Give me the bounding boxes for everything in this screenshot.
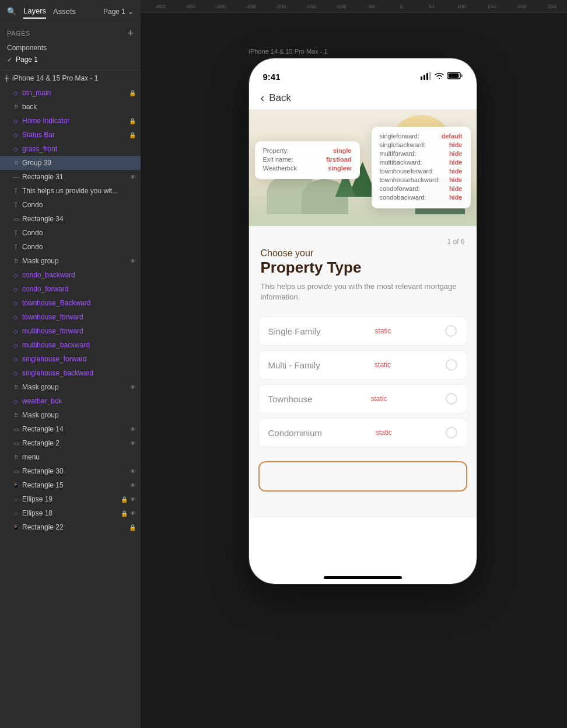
layer-rect31[interactable]: — Rectangle 31 👁 <box>0 170 141 184</box>
layer-rect34[interactable]: ▭ Rectangle 34 <box>0 212 141 226</box>
layer-multihouse-forward[interactable]: ◇ multihouse_forward <box>0 324 141 338</box>
layer-name-rect2: Rectangle 2 <box>22 439 128 447</box>
layer-townhouse-backward[interactable]: ◇ townhouse_Backward <box>0 296 141 310</box>
layer-name-home-indicator: Home Indicator <box>22 117 127 125</box>
page-selector[interactable]: Page 1 ⌄ <box>103 8 134 16</box>
prop-key-multiforward: multiforward: <box>380 150 416 157</box>
choose-section: 1 of 6 Choose your Property Type This he… <box>249 226 477 312</box>
battery-icon <box>447 72 463 81</box>
ruler-mark-250: 250 <box>537 4 567 9</box>
hide-icon-9: 👁 <box>130 510 136 517</box>
tab-assets[interactable]: Assets <box>53 5 76 18</box>
lock-icon-2: 🔒 <box>129 118 136 124</box>
prop-key-exitname: Exit name: <box>263 156 293 163</box>
signal-bars-icon <box>421 72 431 82</box>
rect-icon-3: ▭ <box>12 440 20 447</box>
wifi-icon <box>435 72 444 81</box>
page-item-page1[interactable]: ✓ Page 1 <box>7 54 134 65</box>
layer-townhouse-forward[interactable]: ◇ townhouse_forward <box>0 310 141 324</box>
grid-icon: ⠿ <box>12 104 20 110</box>
ruler-mark-100: 100 <box>446 4 477 9</box>
layer-weather-bck[interactable]: ◇ weather_bck <box>0 394 141 408</box>
page-label-page1: Page 1 <box>16 55 38 64</box>
home-indicator-area <box>249 518 477 530</box>
layer-helps-text[interactable]: T This helps us provide you wit... <box>0 184 141 198</box>
option-multi-family[interactable]: Multi - Family static <box>258 350 467 379</box>
layer-condo-forward[interactable]: ◇ condo_forward <box>0 282 141 296</box>
prop-val-condobackward: hide <box>449 194 463 201</box>
prop-val-multiforward: hide <box>449 150 463 157</box>
properties-overlay-right: singleforward: default singlebackward: h… <box>372 127 471 208</box>
next-button[interactable] <box>258 461 467 492</box>
layer-rect15[interactable]: 📱 Rectangle 15 👁 <box>0 478 141 492</box>
prop-key-townhousebackward: townhousebackward: <box>380 176 440 183</box>
option-radio-single-family[interactable] <box>445 325 457 337</box>
layer-name-mask-group3: Mask group <box>22 411 136 419</box>
layer-singlehouse-backward[interactable]: ◇ singlehouse_backward <box>0 366 141 380</box>
search-icon[interactable]: 🔍 <box>7 7 16 16</box>
layer-singlehouse-forward[interactable]: ◇ singlehouse_forward <box>0 352 141 366</box>
grid-icon-3: ⠿ <box>12 258 20 264</box>
back-chevron-icon[interactable]: ‹ <box>261 91 265 105</box>
diamond-icon-7: ◇ <box>12 300 20 306</box>
frame-header: ╋ iPhone 14 & 15 Pro Max - 1 <box>0 71 141 86</box>
scene-background: Property: single Exit name: firstload We… <box>249 109 477 226</box>
layer-condo1[interactable]: T Condo <box>0 198 141 212</box>
layer-status-bar[interactable]: ◇ Status Bar 🔒 <box>0 128 141 142</box>
diamond-icon-4: ◇ <box>12 146 20 152</box>
layer-rect14[interactable]: ▭ Rectangle 14 👁 <box>0 422 141 436</box>
layer-home-indicator[interactable]: ◇ Home Indicator 🔒 <box>0 114 141 128</box>
layer-rect30[interactable]: ▭ Rectangle 30 👁 <box>0 464 141 478</box>
text-icon-4: T <box>12 244 20 250</box>
hide-icon-6: 👁 <box>130 468 136 475</box>
layer-ellipse18[interactable]: ○ Ellipse 18 🔒 👁 <box>0 506 141 520</box>
phone-icon-2: 📱 <box>12 524 20 531</box>
layer-name-ellipse19: Ellipse 19 <box>22 495 118 503</box>
layer-back[interactable]: ⠿ back <box>0 100 141 114</box>
layer-ellipse19[interactable]: ○ Ellipse 19 🔒 👁 <box>0 492 141 506</box>
prop-val-townhousebackward: hide <box>449 176 463 183</box>
layer-group39[interactable]: ⠿ Group 39 <box>0 156 141 170</box>
layer-name-rect15: Rectangle 15 <box>22 481 128 489</box>
layer-mask-group1[interactable]: ⠿ Mask group 👁 <box>0 254 141 268</box>
choose-title-small: Choose your <box>261 248 465 259</box>
option-condominium[interactable]: Condominium static <box>258 418 467 447</box>
layer-rect22[interactable]: 📱 Rectangle 22 🔒 <box>0 520 141 534</box>
phone-frame-label: iPhone 14 & 15 Pro Max - 1 <box>249 48 477 55</box>
step-indicator: 1 of 6 <box>261 238 465 246</box>
svg-rect-1 <box>424 75 425 80</box>
ruler-mark-neg250: -250 <box>236 4 266 9</box>
tab-layers[interactable]: Layers <box>23 4 46 19</box>
layer-name-weather-bck: weather_bck <box>22 397 136 405</box>
layer-grass-front[interactable]: ◇ grass_front <box>0 142 141 156</box>
hide-icon-7: 👁 <box>130 482 136 489</box>
lock-icon: 🔒 <box>129 90 136 96</box>
add-page-button[interactable]: + <box>127 28 134 39</box>
layer-mask-group2[interactable]: ⠿ Mask group 👁 <box>0 380 141 394</box>
layer-btn-main[interactable]: ◇ btn_main 🔒 <box>0 86 141 100</box>
option-townhouse[interactable]: Townhouse static <box>258 384 467 413</box>
option-radio-multi-family[interactable] <box>446 359 457 371</box>
layer-multihouse-backward[interactable]: ◇ multihouse_backward <box>0 338 141 352</box>
layer-condo3[interactable]: T Condo <box>0 240 141 254</box>
layer-rect2[interactable]: ▭ Rectangle 2 👁 <box>0 436 141 450</box>
prop-val-townhouseforward: hide <box>449 168 463 175</box>
option-single-family[interactable]: Single Family static <box>258 316 467 346</box>
back-text[interactable]: Back <box>269 92 291 104</box>
layer-mask-group3[interactable]: ⠿ Mask group <box>0 408 141 422</box>
layer-menu[interactable]: ⠿ menu <box>0 450 141 464</box>
option-label-multi-family: Multi - Family <box>268 360 320 370</box>
page-item-components[interactable]: Components <box>7 42 134 54</box>
layer-condo-backward[interactable]: ◇ condo_backward <box>0 268 141 282</box>
prop-key-weatherbck: Weatherbck <box>263 165 298 172</box>
layer-name-multihouse-forward: multihouse_forward <box>22 327 136 335</box>
canvas-content: iPhone 14 & 15 Pro Max - 1 9:41 <box>141 13 567 728</box>
option-radio-condominium[interactable] <box>446 427 457 438</box>
page-label-components: Components <box>7 44 47 52</box>
prop-val-singlebackward: hide <box>449 141 463 148</box>
layer-condo2[interactable]: T Condo <box>0 226 141 240</box>
diamond-icon-11: ◇ <box>12 356 20 363</box>
ruler-mark-50: 50 <box>416 4 447 9</box>
diamond-icon-8: ◇ <box>12 314 20 321</box>
option-radio-townhouse[interactable] <box>446 393 457 405</box>
